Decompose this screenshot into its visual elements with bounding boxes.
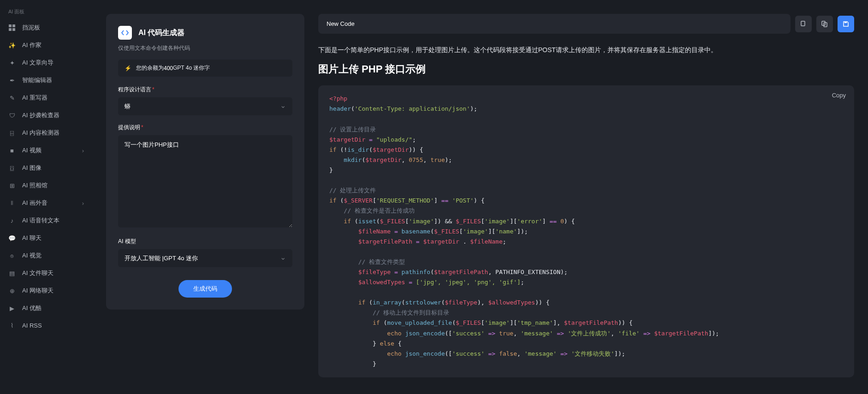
duplicate-button[interactable] [816, 16, 833, 32]
sidebar-item-content-detector[interactable]: ⌸AI 内容检测器 [0, 124, 92, 142]
language-select[interactable]: 蟒 [118, 97, 292, 115]
output-description: 下面是一个简单的PHP接口示例，用于处理图片上传。这个代码段将接受通过POST请… [318, 45, 854, 55]
chat-icon: 💬 [8, 234, 16, 242]
sidebar-item-article-wizard[interactable]: ✦AI 文章向导 [0, 54, 92, 72]
file-chat-icon: ▤ [8, 269, 16, 277]
sidebar-item-video[interactable]: ■AI 视频› [0, 142, 92, 159]
sidebar-header: AI 面板 [0, 5, 92, 19]
wave-icon: ⫴ [8, 199, 16, 207]
globe-icon: ⊕ [8, 287, 16, 294]
sidebar-item-photo-studio[interactable]: ⊞AI 照相馆 [0, 177, 92, 194]
sidebar-item-file-chat[interactable]: ▤AI 文件聊天 [0, 264, 92, 282]
svg-rect-2 [9, 28, 12, 31]
model-label: AI 模型 [118, 238, 292, 245]
svg-rect-7 [844, 22, 847, 23]
code-block: Copy <?php header('Content-Type: applica… [318, 85, 854, 377]
sidebar-item-label: 挡泥板 [22, 24, 40, 32]
pencil-icon: ✎ [8, 94, 16, 101]
sparkle-icon: ✨ [8, 42, 16, 49]
svg-rect-3 [12, 28, 15, 31]
pen-icon: ✒ [8, 77, 16, 84]
sidebar-item-writer[interactable]: ✨AI 作家 [0, 36, 92, 54]
copy-code-button[interactable] [795, 16, 812, 32]
wand-icon: ✦ [8, 59, 16, 66]
music-icon: ♪ [8, 217, 16, 224]
sidebar-item-image[interactable]: ⌼AI 图像 [0, 159, 92, 177]
bolt-icon: ⚡ [125, 65, 131, 72]
code-name-input[interactable] [318, 14, 791, 34]
svg-rect-1 [12, 24, 15, 27]
sidebar-item-chat[interactable]: 💬AI 聊天 [0, 229, 92, 247]
sidebar-item-label: AI 抄袭检查器 [22, 111, 59, 119]
balance-prefix: 您的余额为 [136, 64, 164, 72]
sidebar-item-label: AI 聊天 [22, 234, 42, 242]
save-button[interactable] [838, 16, 854, 32]
chevron-right-icon: › [82, 200, 84, 207]
video-icon: ■ [8, 147, 16, 154]
scan-icon: ⌸ [8, 129, 16, 137]
svg-rect-0 [9, 24, 12, 27]
sidebar-item-label: 智能编辑器 [22, 76, 52, 84]
balance-bar: ⚡ 您的余额为 400 GPT 4o 迷你字 [118, 60, 292, 77]
sidebar-item-label: AI 语音转文本 [22, 216, 59, 225]
output-heading: 图片上传 PHP 接口示例 [318, 62, 854, 76]
panel-subtitle: 仅使用文本命令创建各种代码 [118, 44, 292, 52]
sidebar-item-label: AI 内容检测器 [22, 129, 59, 137]
balance-suffix: GPT 4o 迷你字 [173, 64, 210, 72]
copy-button[interactable]: Copy [832, 92, 846, 99]
sidebar-item-label: AI 网络聊天 [22, 287, 54, 295]
image-icon: ⌼ [8, 164, 16, 172]
model-select[interactable]: 开放人工智能 |GPT 4o 迷你 [118, 249, 292, 267]
grid-icon [8, 24, 16, 31]
sidebar-item-label: AI 视频 [22, 146, 42, 155]
sidebar-item-vision[interactable]: ⌾AI 视觉 [0, 247, 92, 264]
chevron-right-icon: › [82, 147, 84, 154]
rss-icon: ⌇ [8, 322, 16, 329]
sidebar-item-dashboard[interactable]: 挡泥板 [0, 19, 92, 36]
panel-title: AI 代码生成器 [138, 28, 184, 38]
sidebar-item-label: AI 视觉 [22, 251, 42, 260]
sidebar-item-label: AI 重写器 [22, 94, 48, 102]
eye-icon: ⌾ [8, 252, 16, 259]
photo-icon: ⊞ [8, 182, 16, 189]
sidebar-item-speech-text[interactable]: ♪AI 语音转文本 [0, 212, 92, 229]
sidebar-item-rss[interactable]: ⌇AI RSS [0, 317, 92, 334]
sidebar-item-label: AI 优酷 [22, 304, 42, 312]
balance-number: 400 [164, 65, 173, 72]
sidebar-item-label: AI 文件聊天 [22, 269, 54, 277]
sidebar-item-voiceover[interactable]: ⫴AI 画外音› [0, 194, 92, 212]
code-generator-icon [118, 26, 132, 40]
description-textarea[interactable]: 写一个图片PHP接口 [118, 135, 292, 227]
generate-button[interactable]: 生成代码 [178, 280, 232, 298]
shield-icon: 🛡 [8, 112, 16, 119]
sidebar-item-label: AI 文章向导 [22, 59, 54, 67]
sidebar-item-label: AI 作家 [22, 41, 42, 49]
language-label: 程序设计语言* [118, 86, 292, 94]
youtube-icon: ▶ [8, 304, 16, 312]
sidebar-item-label: AI 图像 [22, 164, 42, 172]
svg-rect-4 [801, 21, 805, 26]
sidebar-item-label: AI 画外音 [22, 199, 48, 207]
description-label: 提供说明* [118, 124, 292, 131]
sidebar-item-label: AI 照相馆 [22, 181, 48, 190]
sidebar-item-rewriter[interactable]: ✎AI 重写器 [0, 89, 92, 107]
sidebar-item-label: AI RSS [22, 322, 42, 329]
sidebar-item-web-chat[interactable]: ⊕AI 网络聊天 [0, 282, 92, 299]
sidebar-item-plagiarism[interactable]: 🛡AI 抄袭检查器 [0, 107, 92, 124]
sidebar-item-youku[interactable]: ▶AI 优酷 [0, 299, 92, 317]
sidebar-item-smart-editor[interactable]: ✒智能编辑器 [0, 72, 92, 89]
